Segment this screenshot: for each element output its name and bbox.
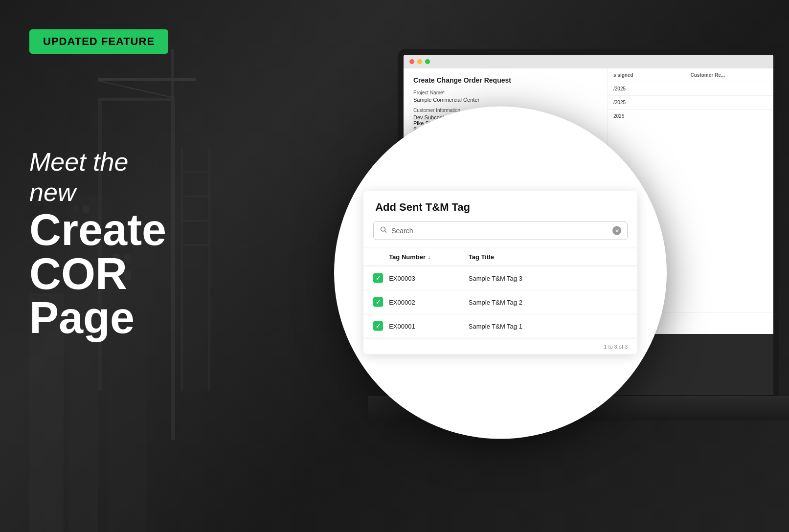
table-row-ex00002[interactable]: ✓ EX00002 Sample T&M Tag 2 [363, 290, 637, 314]
checkmark-ex00002: ✓ [376, 299, 381, 306]
circle-modal-wrapper: Add Sent T&M Tag Search ✕ [334, 107, 667, 439]
screen-topbar [404, 55, 773, 68]
left-content: UPDATED FEATURE Meet the new Create COR … [29, 29, 168, 171]
table-cell-signed-2: /2025 [613, 100, 691, 105]
checkmark-ex00003: ✓ [376, 275, 381, 282]
tag-title-ex00001: Sample T&M Tag 1 [469, 322, 628, 330]
svg-rect-3 [171, 49, 174, 101]
hero-text-block: Meet the new Create COR Page [29, 147, 168, 340]
check-col-ex00001: ✓ [373, 321, 389, 331]
meet-the-new-text: Meet the new [29, 147, 168, 208]
header-tag-title-col: Tag Title [469, 253, 628, 261]
tag-number-header-label: Tag Number [389, 253, 426, 261]
header-tag-number-col[interactable]: Tag Number ↓ [389, 253, 469, 261]
checkmark-ex00001: ✓ [376, 323, 381, 330]
modal-search-row: Search ✕ [363, 222, 637, 248]
modal-header: Add Sent T&M Tag [363, 191, 637, 222]
svg-rect-0 [171, 98, 175, 440]
svg-rect-19 [208, 147, 210, 391]
clear-search-button[interactable]: ✕ [612, 226, 621, 235]
table-row-ex00003[interactable]: ✓ EX00003 Sample T&M Tag 3 [363, 266, 637, 290]
circle-cutout: Add Sent T&M Tag Search ✕ [334, 107, 667, 439]
tag-number-ex00003: EX00003 [389, 274, 469, 282]
dot-green [425, 59, 430, 64]
tag-title-ex00003: Sample T&M Tag 3 [469, 274, 628, 282]
search-icon [380, 226, 387, 236]
svg-rect-17 [181, 147, 210, 391]
cor-page-text: COR Page [29, 252, 168, 340]
svg-rect-22 [181, 220, 210, 222]
checkbox-ex00003[interactable]: ✓ [373, 273, 383, 283]
table-header-customer-ref: Customer Re... [691, 72, 768, 78]
table-cell-signed-1: /2025 [613, 86, 691, 91]
table-header-signed: s signed [613, 72, 691, 78]
checkbox-ex00002[interactable]: ✓ [373, 297, 383, 307]
updated-feature-badge: UPDATED FEATURE [29, 29, 168, 54]
dot-red [409, 59, 414, 64]
table-cell-ref-2 [691, 100, 768, 105]
svg-rect-21 [181, 196, 210, 197]
tag-number-ex00002: EX00002 [389, 298, 469, 306]
pagination-text: 1 to 3 of 3 [604, 344, 628, 350]
table-header-row: s signed Customer Re... [608, 68, 773, 82]
table-row-ex00001[interactable]: ✓ EX00001 Sample T&M Tag 1 [363, 314, 637, 338]
svg-rect-18 [181, 147, 183, 391]
table-cell-ref-3 [691, 113, 768, 119]
sort-arrow-icon[interactable]: ↓ [428, 253, 430, 260]
table-data-row-1: /2025 [608, 82, 773, 96]
svg-rect-20 [181, 171, 210, 173]
check-col-ex00002: ✓ [373, 297, 389, 307]
modal-table-header: Tag Number ↓ Tag Title [363, 248, 637, 266]
tag-number-ex00001: EX00001 [389, 322, 469, 330]
svg-point-24 [381, 227, 385, 231]
tag-title-ex00002: Sample T&M Tag 2 [469, 298, 628, 306]
search-input-display[interactable]: Search [391, 227, 609, 235]
dot-yellow [417, 59, 422, 64]
svg-line-25 [384, 231, 386, 233]
modal-title: Add Sent T&M Tag [375, 201, 470, 213]
modal-footer: 1 to 3 of 3 [363, 338, 637, 355]
create-text: Create [29, 208, 168, 252]
check-col-ex00003: ✓ [373, 273, 389, 283]
modal-search-box[interactable]: Search ✕ [373, 222, 628, 240]
add-tm-tag-modal: Add Sent T&M Tag Search ✕ [363, 191, 637, 355]
checkbox-ex00001[interactable]: ✓ [373, 321, 383, 331]
table-cell-ref-1 [691, 86, 768, 91]
svg-rect-23 [181, 244, 210, 246]
